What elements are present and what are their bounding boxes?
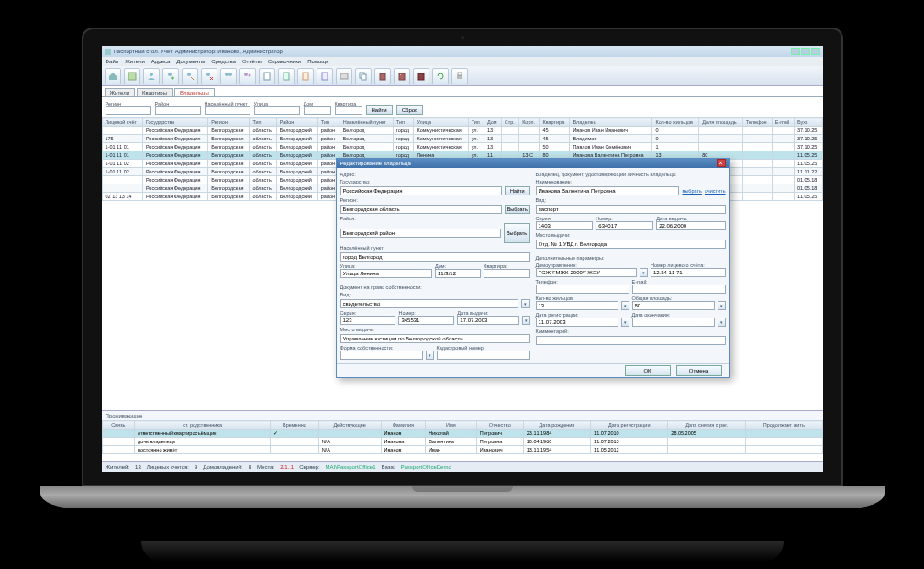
idnumber-input[interactable] <box>596 221 653 230</box>
cadastre-input[interactable] <box>437 351 530 360</box>
idissued-input[interactable] <box>656 221 725 230</box>
comment-input[interactable] <box>536 336 726 345</box>
table-row[interactable]: 175Российская ФедерацияБелгородскаяоблас… <box>102 135 822 143</box>
table-row[interactable]: дочь владельцаN/AИвановаВалентинаПетровн… <box>102 438 822 446</box>
idseries-input[interactable] <box>536 221 594 230</box>
tool-refresh-icon[interactable] <box>432 68 449 84</box>
dropdown-icon[interactable]: ▾ <box>640 268 648 277</box>
idplace-input[interactable] <box>536 240 726 249</box>
filter-region[interactable] <box>106 106 151 115</box>
table-row[interactable]: постоянно живётN/AИвановИванИванович13.1… <box>102 446 822 454</box>
tool-family-icon[interactable] <box>239 68 256 84</box>
filter-street[interactable] <box>254 106 300 115</box>
number-input[interactable] <box>398 316 454 325</box>
filter-flat[interactable] <box>335 106 362 115</box>
tab-apartments[interactable]: Квартиры <box>137 88 173 96</box>
table-row[interactable]: Российская ФедерацияБелгородскаяобластьБ… <box>102 127 822 135</box>
tool-house-icon[interactable] <box>105 68 121 84</box>
menu-residents[interactable]: Жители <box>125 59 145 64</box>
close-button[interactable] <box>811 48 820 55</box>
stepper-icon[interactable]: ▾ <box>718 301 726 310</box>
stepper-icon[interactable]: ▾ <box>621 301 629 310</box>
tool-user-icon[interactable] <box>143 68 160 84</box>
tool-building3-icon[interactable] <box>413 68 429 84</box>
ok-button[interactable]: ОК <box>625 365 671 376</box>
place-input[interactable] <box>340 334 530 343</box>
issued-input[interactable] <box>457 316 518 325</box>
find-button[interactable]: Найти <box>505 186 529 195</box>
tool-copy-icon[interactable] <box>355 68 372 84</box>
status-accounts: 9 <box>195 464 197 470</box>
filter-locality[interactable] <box>205 106 250 115</box>
enddate-input[interactable] <box>632 318 715 327</box>
tab-residents[interactable]: Жители <box>105 88 136 96</box>
menu-addresses[interactable]: Адреса <box>151 59 171 64</box>
filter-find-button[interactable]: Найти <box>366 105 393 115</box>
country-input[interactable] <box>340 186 503 195</box>
street-input[interactable] <box>340 269 433 278</box>
tool-building2-icon[interactable] <box>394 68 410 84</box>
svg-rect-19 <box>418 73 424 80</box>
tool-user-edit-icon[interactable] <box>182 68 198 84</box>
regdate-input[interactable] <box>536 318 618 327</box>
menu-refs[interactable]: Справочники <box>268 59 301 64</box>
area-input[interactable] <box>632 301 715 310</box>
acct-input[interactable] <box>651 268 726 277</box>
org-input[interactable] <box>536 268 637 277</box>
tool-building1-icon[interactable] <box>374 68 391 84</box>
tool-doc1-icon[interactable] <box>259 68 275 84</box>
phone-input[interactable] <box>536 284 629 294</box>
form-input[interactable] <box>340 299 519 308</box>
dialog-title: Редактирование владельца <box>340 161 411 166</box>
tool-doc2-icon[interactable] <box>278 68 295 84</box>
svg-point-1 <box>150 73 153 76</box>
table-row[interactable]: ответственный квартиросъёмщик✓ИвановНико… <box>102 430 822 438</box>
maximize-button[interactable] <box>801 48 810 55</box>
calendar-icon[interactable]: ▾ <box>621 318 629 327</box>
cancel-button[interactable]: Отмена <box>676 365 722 376</box>
clear-link[interactable]: очистить <box>705 188 726 194</box>
tool-user-remove-icon[interactable] <box>201 68 217 84</box>
house-input[interactable] <box>435 269 481 278</box>
tab-owners[interactable]: Владельцы <box>174 88 215 96</box>
menu-help[interactable]: Помощь <box>307 59 328 64</box>
tool-edit-icon[interactable] <box>124 68 140 84</box>
menu-tools[interactable]: Средства <box>211 59 236 64</box>
dropdown-icon[interactable]: ▾ <box>426 351 434 360</box>
series-input[interactable] <box>340 316 396 325</box>
region-input[interactable] <box>340 205 503 214</box>
dialog-close-button[interactable]: × <box>717 159 726 167</box>
filter-district[interactable] <box>155 106 201 115</box>
status-buildings: 8 <box>249 464 251 470</box>
tool-doc4-icon[interactable] <box>317 68 333 84</box>
tool-print-icon[interactable] <box>451 68 468 84</box>
idform-input[interactable] <box>536 205 726 214</box>
flat-input-dlg[interactable] <box>484 269 529 278</box>
dropdown-icon[interactable]: ▾ <box>521 299 530 308</box>
tool-doc3-icon[interactable] <box>297 68 314 84</box>
choose-button-1[interactable]: Выбрать <box>505 205 529 214</box>
status-db-lbl: База: <box>382 464 395 470</box>
calendar-icon[interactable]: ▾ <box>718 318 726 327</box>
form-label: Вид: <box>340 292 530 297</box>
filter-house[interactable] <box>304 106 331 115</box>
calendar-icon[interactable]: ▾ <box>522 316 530 325</box>
district-input[interactable] <box>340 229 501 238</box>
tool-log-icon[interactable] <box>336 68 352 84</box>
tool-user-add-icon[interactable] <box>162 68 179 84</box>
detail-table[interactable]: Связьст. родственникаВременноДействующее… <box>102 420 823 454</box>
pick-link[interactable]: выбрать <box>682 188 701 194</box>
choose-button-big[interactable]: Выбрать <box>504 223 530 243</box>
locality-input[interactable] <box>340 252 530 262</box>
menu-file[interactable]: Файл <box>106 59 119 64</box>
tool-users-icon[interactable] <box>220 68 237 84</box>
resid-input[interactable] <box>536 301 618 310</box>
name-input[interactable] <box>536 186 680 195</box>
ownform-input[interactable] <box>340 351 423 360</box>
minimize-button[interactable] <box>791 48 800 55</box>
menu-reports[interactable]: Отчёты <box>242 59 262 64</box>
email-input[interactable] <box>632 284 726 294</box>
filter-clear-button[interactable]: Сброс <box>396 105 423 115</box>
table-row[interactable]: 1-01 11 01Российская ФедерацияБелгородск… <box>102 143 822 151</box>
menu-documents[interactable]: Документы <box>176 59 205 64</box>
